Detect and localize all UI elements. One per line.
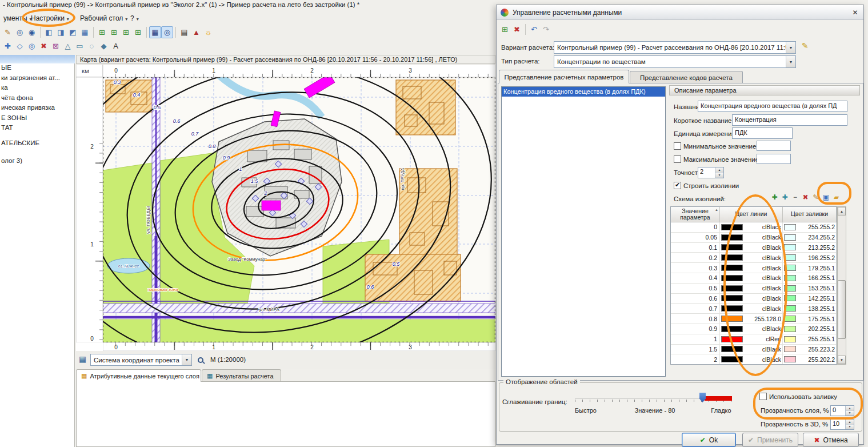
calc-variant-select[interactable]: Контрольный пример (99) - Расчет рассеив…	[554, 41, 796, 54]
column-value-header[interactable]: Значение параметра	[671, 207, 720, 222]
parameter-list-item[interactable]: Концентрация вредного вещества (в долях …	[502, 87, 665, 97]
export-table-icon[interactable]: ⊞	[499, 23, 511, 35]
draw-line-icon[interactable]: △	[62, 40, 74, 52]
menu-workspace[interactable]: Рабочий стол	[77, 13, 131, 24]
column-fill-color-header[interactable]: Цвет заливки	[783, 207, 837, 222]
redo-icon[interactable]: ↷	[540, 23, 552, 35]
coord-system-select[interactable]: Система координат проекта	[90, 354, 192, 366]
close-icon[interactable]	[850, 7, 861, 18]
sidebar-item[interactable]: АТЕЛЬСКИЕ	[1, 139, 39, 146]
precision-stepper[interactable]: 2 ▲▼	[698, 167, 724, 178]
isoline-row[interactable]: 0.3clBlack179.255.1	[671, 263, 837, 273]
isoline-row[interactable]: 0.9clBlack202.255.1	[671, 324, 837, 334]
short-name-field[interactable]: Концентрация	[732, 114, 847, 126]
move-object-icon[interactable]: ◇	[14, 40, 26, 52]
text-label-icon[interactable]: A	[110, 40, 122, 52]
sidebar-item[interactable]: ТАТ	[1, 124, 13, 131]
add-isoline-auto-icon[interactable]: ✚	[780, 192, 790, 202]
isoline-row[interactable]: 0.7clBlack138.255.1	[671, 304, 837, 314]
scroll-down-icon[interactable]: ▼	[838, 356, 846, 364]
sidebar-item[interactable]: Е ЗОНЫ	[1, 114, 27, 121]
delete-variant-icon[interactable]: ✖	[511, 23, 523, 35]
lightbulb-icon[interactable]: ☼	[202, 26, 214, 38]
column-line-color-header[interactable]: Цвет линии	[720, 207, 783, 222]
add-row-above-icon[interactable]: ⊞	[96, 26, 108, 38]
draw-region-icon[interactable]: ▭	[74, 40, 86, 52]
edit-variant-pencil-icon[interactable]: ✎	[802, 41, 809, 50]
scrollbar-track[interactable]	[838, 215, 846, 356]
project-tree-panel[interactable]	[0, 55, 75, 447]
cancel-button[interactable]: ✖ Отмена	[803, 433, 859, 447]
scrollbar-thumb[interactable]	[838, 280, 846, 339]
add-isoline-icon[interactable]: ✚	[770, 192, 779, 202]
spin-down-icon[interactable]: ▼	[846, 411, 854, 416]
grid-align-icon[interactable]: ▦	[149, 26, 161, 38]
cut-region-icon[interactable]: ⊠	[50, 40, 62, 52]
spin-down-icon[interactable]: ▼	[715, 173, 723, 178]
select-lasso-icon[interactable]: ◌	[86, 40, 98, 52]
add-col-left-icon[interactable]: ⊞	[120, 26, 132, 38]
scroll-up-icon[interactable]: ▲	[838, 207, 846, 215]
grid-zoom-icon[interactable]: ◎	[161, 26, 173, 38]
save-scheme-icon[interactable]: ▣	[821, 192, 831, 202]
layer-transparency-stepper[interactable]: 0 ▲▼	[830, 405, 854, 416]
max-value-checkbox[interactable]	[674, 155, 681, 163]
map-scale-zoom-icon[interactable]	[198, 357, 203, 363]
spin-up-icon[interactable]: ▲	[846, 406, 854, 411]
isoline-row[interactable]: 0.05clBlack234.255.2	[671, 233, 837, 243]
build-isolines-checkbox[interactable]	[674, 182, 681, 189]
tab-calc-codes[interactable]: Представление кодов расчета	[630, 71, 743, 83]
min-value-field[interactable]	[757, 141, 791, 151]
remove-isoline-icon[interactable]: −	[790, 192, 800, 202]
sidebar-item[interactable]: ЫЕ	[1, 64, 11, 71]
transparency-3d-stepper[interactable]: 10 ▲▼	[830, 419, 854, 430]
name-field[interactable]: Концентрация вредного вещества (в долях …	[698, 101, 847, 112]
add-col-right-icon[interactable]: ⊞	[132, 26, 144, 38]
edit-isoline-icon[interactable]: ✎	[811, 192, 821, 202]
apply-button[interactable]: ✔ Применить	[742, 433, 798, 447]
isoline-row[interactable]: 0clBlack255.255.2	[671, 222, 837, 233]
isoline-row[interactable]: 0.5clBlack153.255.1	[671, 284, 837, 294]
menu-settings[interactable]: Настройки	[27, 13, 73, 24]
isoline-row[interactable]: 1clRed255.255.1	[671, 334, 837, 345]
isoline-row[interactable]: 0.1clBlack213.255.2	[671, 243, 837, 253]
isoline-row[interactable]: 1.5clBlack255.223.2	[671, 345, 837, 355]
pan-icon[interactable]: ✚	[2, 40, 14, 52]
panel-layout-grid-icon[interactable]: ▦	[79, 26, 91, 38]
edit-map-icon[interactable]: ✎	[2, 26, 14, 38]
load-scheme-icon[interactable]: ▰	[831, 192, 841, 202]
map-canvas[interactable]: 2 1.5 1 0.9 0.8 0.7 0.6 0.5 0.4 0.3 0.5 …	[76, 65, 495, 351]
isoline-row[interactable]: 0.6clBlack142.255.1	[671, 294, 837, 304]
spin-up-icon[interactable]: ▲	[846, 420, 854, 425]
isoline-row[interactable]: 0.2clBlack196.255.2	[671, 253, 837, 263]
isoline-row[interactable]: 0.8255.128.0175.255.1	[671, 314, 837, 324]
min-value-checkbox[interactable]	[674, 142, 681, 150]
panel-layout-top-icon[interactable]: ◩	[67, 26, 79, 38]
sidebar-item[interactable]: ки загрязнения ат...	[1, 74, 60, 81]
isoline-table-scrollbar[interactable]: ▲ ▼	[837, 206, 846, 365]
isoline-table[interactable]: Значение параметра Цвет линии Цвет залив…	[670, 206, 837, 365]
unit-field[interactable]: ПДК	[732, 127, 793, 139]
isoline-row[interactable]: 2clBlack255.202.2	[671, 354, 837, 364]
tab-calc-results[interactable]: ▦ Результаты расчета	[202, 369, 281, 382]
menu-help[interactable]: ?	[127, 13, 142, 24]
print-icon[interactable]: ▤	[178, 26, 190, 38]
spin-up-icon[interactable]: ▲	[715, 167, 723, 173]
sidebar-item[interactable]: ическая привязка	[1, 104, 55, 111]
sidebar-item[interactable]: олог 3)	[1, 157, 22, 164]
measure-icon[interactable]: ◆	[98, 40, 110, 52]
panel-layout-left-icon[interactable]: ◧	[43, 26, 55, 38]
zoom-extent-icon[interactable]: ◉	[26, 26, 38, 38]
delete-all-isolines-icon[interactable]: ✖	[801, 192, 810, 202]
max-value-field[interactable]	[757, 154, 791, 164]
ok-button[interactable]: ✔ Ok	[682, 433, 736, 447]
isoline-row[interactable]: 0.4clBlack166.255.1	[671, 273, 837, 284]
tab-calc-params[interactable]: Представление расчетных параметров	[499, 70, 629, 83]
chart-icon[interactable]: ▲	[190, 26, 202, 38]
dialog-title-bar[interactable]: Управление расчетными данными	[497, 5, 863, 20]
add-row-below-icon[interactable]: ⊞	[108, 26, 120, 38]
calc-type-select[interactable]: Концентрации по веществам	[554, 55, 796, 68]
spin-down-icon[interactable]: ▼	[846, 425, 854, 430]
zoom-box-icon[interactable]: ◎	[26, 40, 38, 52]
use-fill-checkbox[interactable]	[759, 393, 767, 400]
